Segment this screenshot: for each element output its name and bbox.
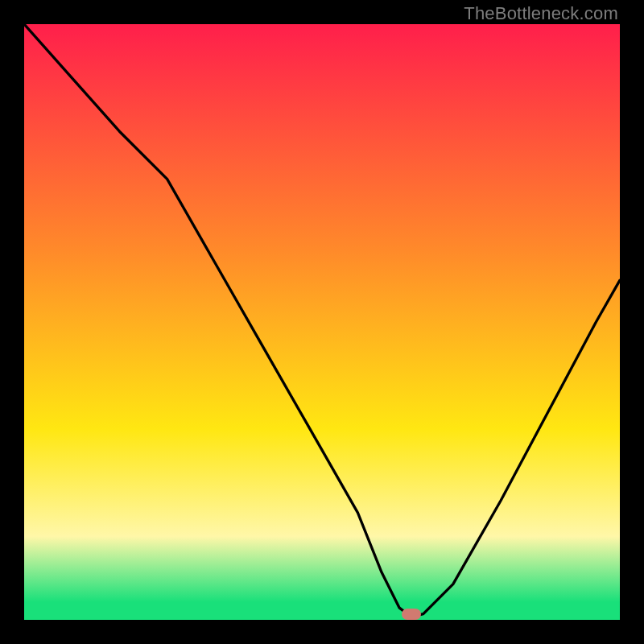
optimal-point-marker [402,609,421,620]
watermark-text: TheBottleneck.com [464,3,618,24]
plot-area [24,24,620,620]
curve-path [24,24,620,617]
bottleneck-curve [24,24,620,620]
chart-frame: TheBottleneck.com [0,0,644,644]
